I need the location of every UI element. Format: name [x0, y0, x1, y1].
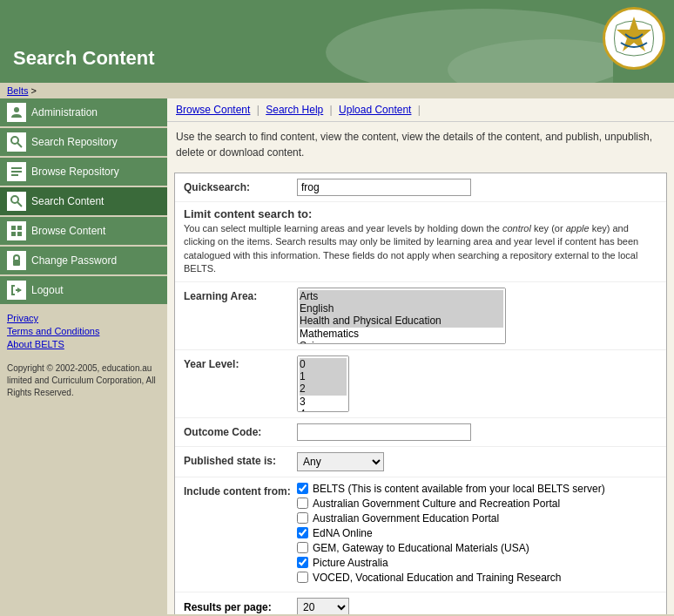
nav-sep2: | [330, 104, 333, 116]
limit-desc: You can select multiple learning areas a… [184, 222, 657, 276]
administration-icon [7, 103, 26, 122]
layout: Administration Search Repository Browse … [0, 98, 674, 614]
results-per-page-select[interactable]: 10 20 50 100 [297, 598, 349, 614]
sidebar-item-change-password[interactable]: Change Password [0, 247, 167, 274]
include-control: BELTS (This is content available from yo… [297, 483, 657, 586]
include-picture-aus-label: Picture Australia [313, 557, 388, 569]
logo [603, 7, 665, 70]
breadcrumb-separator: > [31, 85, 37, 96]
quicksearch-input[interactable] [297, 179, 471, 196]
svg-rect-7 [11, 167, 22, 169]
published-state-label: Published state is: [184, 452, 297, 467]
learning-area-label: Learning Area: [184, 288, 297, 302]
privacy-link[interactable]: Privacy [7, 313, 160, 323]
upload-content-link[interactable]: Upload Content [339, 104, 411, 116]
include-gem-row: GEM, Gateway to Educational Materials (U… [297, 542, 657, 554]
breadcrumb: Belts > [0, 83, 674, 98]
header-decoration [308, 0, 613, 83]
copyright-text: Copyright © 2002-2005, education.au limi… [0, 359, 167, 403]
include-picture-aus-row: Picture Australia [297, 557, 657, 569]
include-picture-aus-checkbox[interactable] [297, 557, 308, 568]
include-belts-checkbox[interactable] [297, 483, 308, 494]
browse-content-link[interactable]: Browse Content [176, 104, 250, 116]
logout-icon [7, 281, 26, 300]
include-gem-label: GEM, Gateway to Educational Materials (U… [313, 542, 529, 554]
sidebar-item-search-repository[interactable]: Search Repository [0, 128, 167, 156]
browse-content-icon [7, 221, 26, 240]
year-level-row: Year Level: 0 1 2 3 4 5 6 7 8 9 10 1 [175, 350, 666, 418]
svg-line-11 [17, 202, 22, 206]
quicksearch-row: Quicksearch: [175, 173, 666, 202]
include-edna-label: EdNA Online [313, 527, 373, 539]
sidebar-item-browse-content[interactable]: Browse Content [0, 217, 167, 245]
learning-area-select[interactable]: Arts English Health and Physical Educati… [297, 288, 506, 344]
header: Search Content [0, 0, 674, 83]
svg-point-10 [11, 196, 18, 203]
learning-area-control: Arts English Health and Physical Educati… [297, 288, 657, 344]
main-description: Use the search to find content, view the… [167, 122, 674, 167]
svg-point-4 [14, 107, 19, 112]
search-repository-icon [7, 132, 26, 152]
quicksearch-control [297, 179, 657, 196]
outcome-code-row: Outcome Code: [175, 418, 666, 447]
include-edna-row: EdNA Online [297, 527, 657, 539]
search-help-link[interactable]: Search Help [266, 104, 323, 116]
terms-link[interactable]: Terms and Conditions [7, 326, 160, 336]
results-per-page-label: Results per page: [184, 601, 297, 613]
include-voced-checkbox[interactable] [297, 572, 308, 583]
include-aus-education-label: Australian Government Education Portal [313, 512, 499, 525]
include-aus-culture-checkbox[interactable] [297, 498, 308, 509]
quicksearch-label: Quicksearch: [184, 179, 297, 193]
sidebar-links: Privacy Terms and Conditions About BELTS [0, 306, 167, 359]
published-state-control: Any Published Unpublished [297, 452, 657, 471]
sidebar: Administration Search Repository Browse … [0, 98, 167, 614]
year-level-control: 0 1 2 3 4 5 6 7 8 9 10 11 12 [297, 355, 657, 412]
published-state-select[interactable]: Any Published Unpublished [297, 452, 384, 471]
include-label: Include content from: [184, 483, 297, 498]
include-aus-culture-row: Australian Government Culture and Recrea… [297, 498, 657, 510]
sidebar-item-administration[interactable]: Administration [0, 98, 167, 126]
search-form: Quicksearch: Limit content search to: Yo… [174, 173, 667, 614]
change-password-icon [7, 251, 26, 270]
include-content-row: Include content from: BELTS (This is con… [175, 477, 666, 592]
sidebar-item-browse-repository[interactable]: Browse Repository [0, 158, 167, 186]
sidebar-item-search-content[interactable]: Search Content [0, 187, 167, 215]
limit-title: Limit content search to: [184, 207, 657, 220]
year-level-label: Year Level: [184, 355, 297, 370]
nav-sep1: | [257, 104, 259, 116]
published-state-row: Published state is: Any Published Unpubl… [175, 447, 666, 477]
svg-rect-16 [13, 260, 20, 266]
include-gem-checkbox[interactable] [297, 542, 308, 553]
include-voced-row: VOCED, Vocational Education and Training… [297, 572, 657, 584]
limit-section: Limit content search to: You can select … [175, 202, 666, 282]
main-content: Browse Content | Search Help | Upload Co… [167, 98, 674, 614]
svg-rect-14 [11, 232, 16, 236]
page-title: Search Content [13, 47, 155, 70]
svg-rect-13 [17, 226, 22, 230]
include-aus-education-checkbox[interactable] [297, 512, 308, 524]
include-edna-checkbox[interactable] [297, 527, 308, 538]
include-aus-culture-label: Australian Government Culture and Recrea… [313, 498, 560, 510]
outcome-code-input[interactable] [297, 423, 471, 441]
main-nav: Browse Content | Search Help | Upload Co… [167, 98, 674, 122]
year-level-select[interactable]: 0 1 2 3 4 5 6 7 8 9 10 11 12 [297, 355, 349, 412]
svg-rect-15 [17, 232, 22, 236]
include-voced-label: VOCED, Vocational Education and Training… [313, 572, 562, 584]
sidebar-item-logout[interactable]: Logout [0, 276, 167, 304]
browse-repository-icon [7, 162, 26, 181]
search-content-icon [7, 192, 26, 211]
svg-point-5 [11, 137, 18, 144]
include-aus-education-row: Australian Government Education Portal [297, 512, 657, 525]
outcome-code-control [297, 423, 657, 441]
svg-rect-8 [11, 171, 22, 173]
outcome-code-label: Outcome Code: [184, 423, 297, 438]
nav-sep3: | [418, 104, 421, 116]
include-belts-row: BELTS (This is content available from yo… [297, 483, 657, 495]
svg-rect-9 [11, 174, 18, 176]
results-per-page-row: Results per page: 10 20 50 100 [175, 592, 666, 614]
about-link[interactable]: About BELTS [7, 339, 160, 349]
include-belts-label: BELTS (This is content available from yo… [313, 483, 605, 495]
learning-area-row: Learning Area: Arts English Health and P… [175, 282, 666, 350]
svg-rect-12 [11, 226, 16, 230]
breadcrumb-belts-link[interactable]: Belts [7, 85, 28, 96]
